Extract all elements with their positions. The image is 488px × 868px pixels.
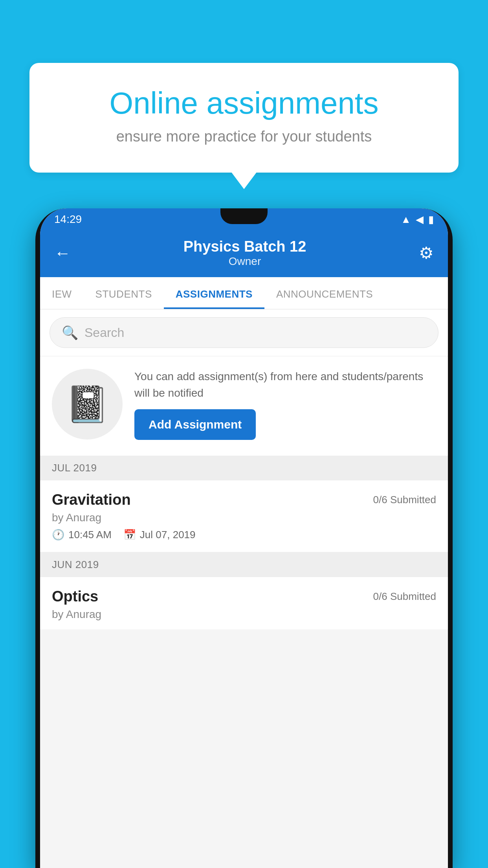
optics-submitted: 0/6 Submitted <box>373 590 436 603</box>
assignment-meta: 🕐 10:45 AM 📅 Jul 07, 2019 <box>52 529 436 541</box>
assignment-item-gravitation[interactable]: Gravitation 0/6 Submitted by Anurag 🕐 10… <box>40 480 448 552</box>
back-button[interactable]: ← <box>54 244 71 263</box>
status-bar: 14:29 ▲ ◀ ▮ <box>40 208 448 230</box>
signal-icon: ◀ <box>416 213 424 226</box>
assignment-info: You can add assignment(s) from here and … <box>134 368 436 440</box>
month-header-jun: JUN 2019 <box>40 552 448 577</box>
wifi-icon: ▲ <box>401 213 411 226</box>
header-title: Physics Batch 12 <box>71 238 419 255</box>
tab-announcements[interactable]: ANNOUNCEMENTS <box>264 277 385 309</box>
search-bar[interactable]: 🔍 Search <box>50 317 438 348</box>
optics-by: by Anurag <box>52 608 436 621</box>
assignment-item-optics[interactable]: Optics 0/6 Submitted by Anurag <box>40 577 448 629</box>
assignment-time-value: 10:45 AM <box>68 529 112 541</box>
tab-students[interactable]: STUDENTS <box>84 277 164 309</box>
tab-iew[interactable]: IEW <box>40 277 84 309</box>
optics-item-header: Optics 0/6 Submitted <box>52 588 436 605</box>
month-header-jul: JUL 2019 <box>40 456 448 480</box>
search-placeholder: Search <box>84 326 124 340</box>
assignment-date: 📅 Jul 07, 2019 <box>123 529 196 541</box>
battery-icon: ▮ <box>428 213 434 226</box>
calendar-icon: 📅 <box>123 529 136 541</box>
notch <box>220 208 268 224</box>
assignment-by: by Anurag <box>52 511 436 524</box>
assignment-date-value: Jul 07, 2019 <box>140 529 196 541</box>
phone-frame: 14:29 ▲ ◀ ▮ ← Physics Batch 12 Owner ⚙ I… <box>35 208 453 868</box>
speech-bubble-subtitle: ensure more practice for your students <box>61 128 427 145</box>
search-icon: 🔍 <box>62 325 78 340</box>
app-header: ← Physics Batch 12 Owner ⚙ <box>40 230 448 277</box>
gear-icon[interactable]: ⚙ <box>419 243 434 263</box>
phone-screen: 14:29 ▲ ◀ ▮ ← Physics Batch 12 Owner ⚙ I… <box>40 208 448 868</box>
tab-assignments[interactable]: ASSIGNMENTS <box>164 277 264 309</box>
status-bar-time: 14:29 <box>54 213 82 226</box>
assignment-icon: 📓 <box>65 384 109 425</box>
search-container: 🔍 Search <box>40 309 448 356</box>
assignment-time: 🕐 10:45 AM <box>52 529 112 541</box>
header-subtitle: Owner <box>71 255 419 268</box>
add-assignment-section: 📓 You can add assignment(s) from here an… <box>40 357 448 456</box>
status-bar-icons: ▲ ◀ ▮ <box>401 213 434 226</box>
clock-icon: 🕐 <box>52 529 64 541</box>
assignment-icon-circle: 📓 <box>52 369 123 440</box>
header-center: Physics Batch 12 Owner <box>71 238 419 268</box>
speech-bubble: Online assignments ensure more practice … <box>29 63 459 173</box>
assignment-description: You can add assignment(s) from here and … <box>134 368 436 401</box>
assignment-submitted: 0/6 Submitted <box>373 494 436 506</box>
assignment-item-header: Gravitation 0/6 Submitted <box>52 491 436 508</box>
speech-bubble-title: Online assignments <box>61 86 427 120</box>
tab-bar: IEW STUDENTS ASSIGNMENTS ANNOUNCEMENTS <box>40 277 448 309</box>
speech-bubble-container: Online assignments ensure more practice … <box>29 63 459 173</box>
assignment-name: Gravitation <box>52 491 131 508</box>
optics-name: Optics <box>52 588 98 605</box>
add-assignment-button[interactable]: Add Assignment <box>134 409 256 440</box>
